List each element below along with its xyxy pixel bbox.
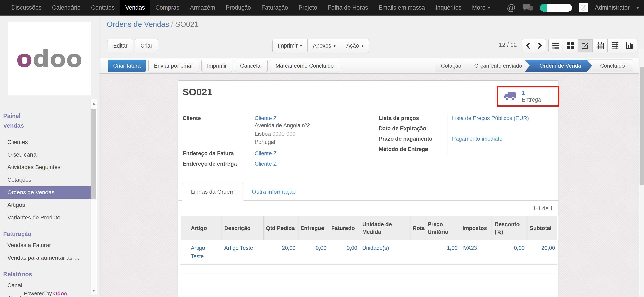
field-label-metodo-entrega: Método de Entrega: [379, 144, 447, 154]
list-view-button[interactable]: [548, 39, 563, 52]
sidebar-item-vendas-a-faturar[interactable]: Vendas a Faturar: [0, 239, 91, 252]
print-dropdown-button[interactable]: Imprimir▾: [272, 39, 308, 52]
column-descricao[interactable]: Descrição: [222, 216, 264, 240]
sidebar-section-vendas[interactable]: Vendas: [0, 121, 91, 130]
avatar[interactable]: [579, 3, 588, 12]
tab-linhas-da-ordem[interactable]: Linhas da Ordem: [182, 183, 243, 200]
field-group-right: Lista de preços Lista de Preços Públicos…: [379, 113, 549, 154]
state-ordem-de-venda[interactable]: Ordem de Venda: [525, 60, 592, 72]
user-menu[interactable]: Administrator: [595, 4, 630, 11]
cell-qtd-pedida[interactable]: 20,00: [264, 240, 298, 264]
cell-preco-unitario[interactable]: 1,00: [425, 240, 460, 264]
nav-item-emails-em-massa[interactable]: Emails em massa: [373, 0, 430, 15]
sidebar-item-o-seu-canal[interactable]: O seu canal: [0, 148, 91, 161]
sidebar-item-atividades-seguintes[interactable]: Atividades Seguintes: [0, 161, 91, 174]
cell-subtotal[interactable]: 20,00: [527, 240, 558, 264]
delivery-stat-button[interactable]: 1 Entrega: [498, 90, 541, 103]
cell-faturado[interactable]: 0,00: [329, 240, 360, 264]
edit-button[interactable]: Editar: [108, 39, 133, 52]
column-desconto[interactable]: Desconto (%): [492, 216, 527, 240]
column-faturado[interactable]: Faturado: [329, 216, 360, 240]
cell-artigo[interactable]: Artigo Teste: [188, 240, 222, 264]
field-value-endereco-fatura[interactable]: Cliente Z: [255, 150, 276, 156]
nav-item-armazem[interactable]: Armazém: [184, 0, 220, 15]
scroll-down-icon[interactable]: ▼: [91, 288, 97, 293]
sidebar-item-vendas-para-aumentar[interactable]: Vendas para aumentar as …: [0, 252, 91, 264]
kanban-view-button[interactable]: [563, 39, 578, 52]
breadcrumb-parent-link[interactable]: Ordens de Vendas: [107, 20, 169, 28]
create-button[interactable]: Criar: [135, 39, 158, 52]
delivery-label: Entrega: [522, 96, 541, 103]
sidebar-item-clientes[interactable]: Clientes: [0, 136, 91, 148]
main-scrollbar-thumb[interactable]: [640, 67, 644, 185]
sidebar-section-faturacao[interactable]: Faturação: [0, 229, 91, 239]
sidebar-scrollbar-thumb[interactable]: [91, 109, 96, 198]
state-cotacao[interactable]: Cotação: [435, 60, 468, 72]
column-rota[interactable]: Rota: [410, 216, 425, 240]
cell-descricao[interactable]: Artigo Teste: [222, 240, 264, 264]
previous-record-button[interactable]: [522, 39, 534, 52]
nav-item-faturacao[interactable]: Faturação: [256, 0, 293, 15]
state-orcamento-enviado[interactable]: Orçamento enviado: [463, 60, 530, 72]
timer-pill[interactable]: [540, 4, 572, 12]
cell-desconto[interactable]: 0,00: [492, 240, 527, 264]
field-value-lista-precos[interactable]: Lista de Preços Públicos (EUR): [452, 115, 529, 121]
attachments-dropdown-button[interactable]: Anexos▾: [308, 39, 341, 52]
nav-item-projeto[interactable]: Projeto: [293, 0, 322, 15]
column-preco-unitario[interactable]: Preço Unitário: [425, 216, 460, 240]
sidebar-section-painel[interactable]: Painel: [0, 111, 91, 121]
print-button[interactable]: Imprimir: [202, 60, 232, 72]
page-title: SO021: [182, 86, 212, 98]
calendar-view-button[interactable]: [593, 39, 608, 52]
nav-item-producao[interactable]: Produção: [220, 0, 256, 15]
cell-unidade-medida[interactable]: Unidade(s): [360, 240, 410, 264]
cancel-button[interactable]: Cancelar: [235, 60, 268, 72]
cell-entregue[interactable]: 0,00: [298, 240, 329, 264]
nav-item-inqueritos[interactable]: Inquéritos: [430, 0, 467, 15]
action-dropdown-button[interactable]: Ação▾: [341, 39, 369, 52]
sidebar-item-variantes-de-produto[interactable]: Variantes de Produto: [0, 211, 91, 224]
field-value-endereco-entrega[interactable]: Cliente Z: [255, 161, 276, 167]
column-subtotal[interactable]: Subtotal: [527, 216, 558, 240]
sidebar-item-canal[interactable]: Canal: [0, 279, 91, 292]
nav-item-folha-de-horas[interactable]: Folha de Horas: [322, 0, 373, 15]
tab-outra-informacao[interactable]: Outra informação: [243, 183, 304, 200]
powered-by-brand[interactable]: Odoo: [53, 290, 67, 296]
column-entregue[interactable]: Entregue: [298, 216, 329, 240]
mention-icon[interactable]: @: [506, 3, 516, 13]
nav-item-calendario[interactable]: Calendário: [47, 0, 86, 15]
nav-item-vendas[interactable]: Vendas: [120, 0, 150, 15]
chevron-down-icon: ▾: [300, 43, 302, 48]
mark-as-done-button[interactable]: Marcar como Concluído: [270, 60, 339, 72]
field-value-prazo-pagamento[interactable]: Pagamento imediato: [452, 136, 502, 142]
next-record-button[interactable]: [534, 39, 546, 52]
column-artigo[interactable]: Artigo: [188, 216, 222, 240]
field-value-cliente[interactable]: Cliente Z: [255, 115, 276, 121]
form-view-button[interactable]: [578, 39, 593, 52]
nav-item-more[interactable]: More▾: [467, 0, 495, 15]
user-chevron-down-icon[interactable]: ▾: [636, 5, 639, 10]
send-by-email-button[interactable]: Enviar por email: [148, 60, 199, 72]
nav-item-compras[interactable]: Compras: [150, 0, 184, 15]
sidebar-item-ordens-de-vendas[interactable]: Ordens de Vendas: [0, 186, 91, 199]
nav-item-discussoes[interactable]: Discussões: [6, 0, 47, 15]
sidebar-section-relatorios[interactable]: Relatórios: [0, 270, 91, 279]
state-concluido[interactable]: Concluído: [587, 60, 633, 72]
column-impostos[interactable]: Impostos: [460, 216, 492, 240]
scroll-up-icon[interactable]: ▲: [91, 101, 97, 106]
column-qtd-pedida[interactable]: Qtd Pedida: [264, 216, 298, 240]
cell-rota[interactable]: [410, 240, 425, 264]
graph-view-button[interactable]: [622, 39, 637, 52]
chat-icon[interactable]: [522, 4, 533, 12]
sidebar-item-artigos[interactable]: Artigos: [0, 199, 91, 211]
main-scrollbar[interactable]: [639, 49, 644, 297]
nav-item-contatos[interactable]: Contatos: [86, 0, 120, 15]
sidebar-scrollbar[interactable]: ▲ ▼: [91, 100, 97, 294]
column-unidade-medida[interactable]: Unidade de Medida: [360, 216, 410, 240]
pivot-view-button[interactable]: [608, 39, 622, 52]
table-row[interactable]: Artigo Teste Artigo Teste 20,00 0,00 0,0…: [180, 240, 558, 264]
sidebar-item-cotacoes[interactable]: Cotações: [0, 174, 91, 186]
main-area: Ordens de Vendas/SO021 Editar Criar Impr…: [100, 16, 639, 297]
create-invoice-button[interactable]: Criar fatura: [108, 60, 146, 72]
cell-impostos[interactable]: IVA23: [460, 240, 492, 264]
